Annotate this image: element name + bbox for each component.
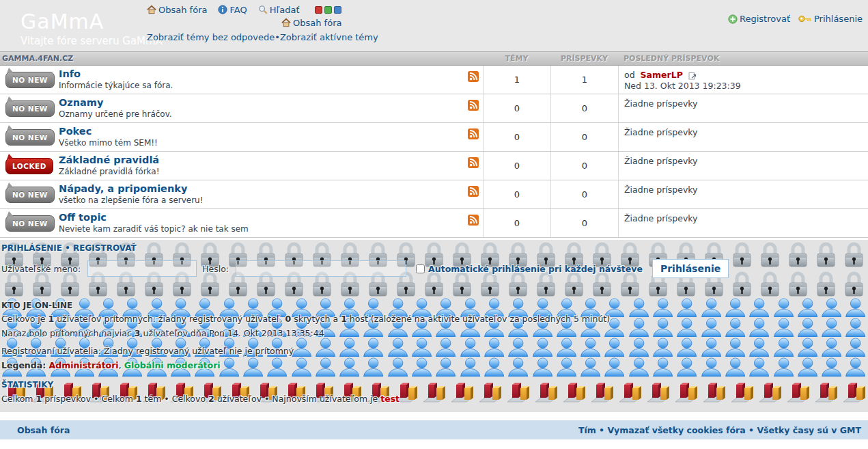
forum-info-cell: Info Informácie týkajúce sa fóra. <box>55 66 464 94</box>
nav-line-1: Obsah fóra FAQ Hľadať <box>147 3 378 16</box>
nav-faq[interactable]: FAQ <box>218 5 247 15</box>
register-label: Registrovať <box>740 14 790 24</box>
login-submit-button[interactable]: Prihlásenie <box>652 259 729 278</box>
statistics-section: ŠTATISTIKY Celkom 1 príspevkov • Celkom … <box>0 377 868 412</box>
theme-squares <box>315 6 341 14</box>
forum-link[interactable]: Info <box>59 68 464 80</box>
text-segment: • <box>62 243 73 253</box>
posts-count: 0 <box>550 94 618 122</box>
last-post-cell: Žiadne príspevky <box>618 180 868 208</box>
posts-column-header: PRÍSPEVKY <box>550 54 618 63</box>
last-post-cell: Žiadne príspevky <box>618 152 868 180</box>
autologin-checkbox[interactable] <box>416 264 425 273</box>
chart-icon <box>840 407 868 412</box>
legend-global-moderators-link[interactable]: Globálni moderátori <box>124 360 221 370</box>
password-input[interactable] <box>236 260 406 277</box>
nav-board-index-2[interactable]: Obsah fóra <box>281 18 341 28</box>
site-title[interactable]: GaMmA <box>20 11 163 33</box>
key-icon <box>798 14 812 23</box>
nav-search-label: Hľadať <box>270 5 300 15</box>
no-posts-label: Žiadne príspevky <box>624 156 698 166</box>
autologin-label[interactable]: Automatické prihlásenie pri každej návšt… <box>428 264 643 274</box>
badge-cell: LOCKED <box>0 152 55 180</box>
register-section-link[interactable]: REGISTROVAŤ <box>73 243 137 253</box>
topics-count: 0 <box>483 94 550 122</box>
chart-icon <box>112 407 140 412</box>
posts-count: 0 <box>550 209 618 237</box>
chart-icon <box>504 407 532 412</box>
no-posts-label: Žiadne príspevky <box>624 185 698 195</box>
last-post-prefix: od <box>624 70 635 80</box>
user-links: Registrovať Prihlásenie <box>728 14 863 24</box>
footer-delete-cookies-link[interactable]: Vymazať všetky cookies fóra <box>607 425 745 435</box>
forum-description: Všetko mimo tém SEM!! <box>59 138 464 148</box>
statistics-line: Celkom 1 príspevkov • Celkom 1 tém • Cel… <box>1 394 868 404</box>
rss-icon[interactable] <box>468 157 479 168</box>
category-title[interactable]: GAMMA.4FAN.CZ <box>0 54 464 63</box>
rss-icon[interactable] <box>468 128 479 139</box>
text-segment: 1 <box>341 314 347 324</box>
last-post-user-link[interactable]: SamerLP <box>641 70 683 80</box>
green-square-icon <box>324 6 332 14</box>
rss-icon[interactable] <box>468 186 479 197</box>
rss-cell <box>464 209 483 237</box>
posts-count: 0 <box>550 152 618 180</box>
view-active-link[interactable]: Zobraziť aktívne témy <box>280 32 378 42</box>
plus-circle-icon <box>728 14 738 24</box>
forum-description: všetko na zlepšenie fóra a serveru! <box>59 195 464 205</box>
text-segment: 2 <box>208 394 214 404</box>
goto-last-post-icon[interactable] <box>688 72 697 80</box>
register-link[interactable]: Registrovať <box>728 14 790 24</box>
newest-user-link[interactable]: test <box>380 394 400 404</box>
username-input[interactable] <box>87 260 197 277</box>
rss-icon[interactable] <box>468 71 479 82</box>
forum-row: NO NEW Off topic Neviete kam zaradiť váš… <box>0 209 868 238</box>
forum-header: GaMmA Vitajte fóre serveru GaMmA Obsah f… <box>0 0 868 51</box>
registered-users-line: Registrovaní užívatelia: Žiadny registro… <box>1 346 868 357</box>
forum-row: LOCKED Základné pravidlá Základné pravid… <box>0 152 868 180</box>
login-link[interactable]: Prihlásenie <box>798 14 863 24</box>
nav-search[interactable]: Hľadať <box>258 5 300 15</box>
forum-link[interactable]: Základné pravidlá <box>59 154 464 166</box>
chart-icon <box>560 407 588 412</box>
nav-board-index[interactable]: Obsah fóra <box>147 5 207 15</box>
chart-icon <box>644 407 672 412</box>
chart-icon <box>476 407 504 412</box>
forum-status-badge: NO NEW <box>5 187 55 203</box>
text-segment: Legenda: <box>1 360 49 370</box>
who-is-online-section: KTO JE ON-LINE Celkovo je 1 užívateľov p… <box>0 297 868 377</box>
topics-count: 1 <box>483 66 550 94</box>
no-posts-label: Žiadne príspevky <box>624 213 698 223</box>
view-unanswered-link[interactable]: Zobraziť témy bez odpovede <box>147 32 275 42</box>
rss-icon[interactable] <box>468 215 479 226</box>
rss-cell <box>464 66 483 94</box>
forum-link[interactable]: Pokec <box>59 126 464 137</box>
rss-icon[interactable] <box>468 100 479 111</box>
footer-team-link[interactable]: Tím <box>578 425 596 435</box>
login-form: Užívateľské meno: Heslo: Automatické pri… <box>1 259 868 278</box>
chart-icon <box>168 407 196 412</box>
forum-link[interactable]: Oznamy <box>59 97 464 109</box>
forum-link[interactable]: Off topic <box>59 212 464 223</box>
topics-count: 0 <box>483 180 550 208</box>
username-label: Užívateľské meno: <box>1 264 81 274</box>
legend-line: Legenda: Administrátori, Globálni moderá… <box>1 360 868 371</box>
login-section-link[interactable]: PRIHLÁSENIE <box>1 243 62 253</box>
chart-icon <box>364 407 392 412</box>
last-post-cell: Žiadne príspevky <box>618 209 868 237</box>
search-icon <box>258 5 268 14</box>
chart-icon <box>252 407 280 412</box>
footer-board-index-link[interactable]: Obsah fóra <box>17 425 70 435</box>
text-segment: užívateľov prítomných: žiadny registrova… <box>54 314 285 324</box>
legend-administrators-link[interactable]: Administrátori <box>49 360 119 370</box>
last-post-cell: Žiadne príspevky <box>618 123 868 151</box>
info-icon <box>218 5 227 14</box>
chart-icon <box>448 407 476 412</box>
text-segment: • <box>275 32 280 42</box>
home-icon <box>281 18 291 27</box>
last-post-date: Ned 13. Okt 2013 19:23:39 <box>624 81 868 91</box>
text-segment: skrytých a <box>291 314 341 324</box>
text-segment: Naraz bolo prítomných najviac <box>1 328 135 338</box>
nav-faq-label: FAQ <box>229 5 247 15</box>
forum-link[interactable]: Nápady, a pripomienky <box>59 183 464 195</box>
